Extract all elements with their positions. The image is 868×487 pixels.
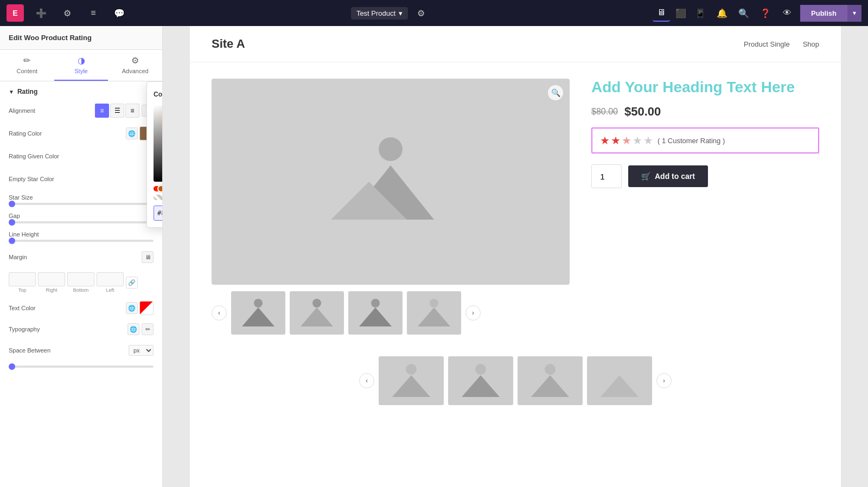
margin-bottom-input-group: Bottom xyxy=(67,272,94,293)
cart-icon: 🛒 xyxy=(641,172,650,181)
alignment-label: Alignment xyxy=(9,107,95,114)
svg-marker-14 xyxy=(462,375,500,397)
quantity-input[interactable]: 1 xyxy=(591,164,622,188)
star-1: ★ xyxy=(600,134,610,147)
thumbnail-1[interactable] xyxy=(231,291,285,335)
color-picker-gradient-area[interactable] xyxy=(154,106,162,182)
margin-right-input-group: Right xyxy=(38,272,65,293)
preview-button[interactable]: 👁 xyxy=(778,4,796,22)
thumbnail-4[interactable] xyxy=(407,291,461,335)
site-settings-button[interactable]: ⚙ xyxy=(412,4,430,22)
thumb-svg-3 xyxy=(354,297,397,329)
tab-advanced[interactable]: ⚙ Advanced xyxy=(108,50,162,81)
margin-top-input[interactable] xyxy=(9,272,36,286)
color-picker-hue-thumb[interactable] xyxy=(157,185,162,193)
topbar: E ➕ ⚙ ≡ 💬 Test Product ▾ ⚙ 🖥 ⬛ 📱 🔔 🔍 ❓ 👁… xyxy=(0,0,868,26)
text-color-global-button[interactable]: 🌐 xyxy=(126,302,138,314)
margin-responsive-button[interactable]: 🖥 xyxy=(142,251,154,263)
elementor-logo-icon[interactable]: E xyxy=(7,4,24,22)
content-tab-label: Content xyxy=(17,68,38,74)
align-right-button[interactable]: ≡ xyxy=(125,104,139,118)
notifications-button[interactable]: 🔔 xyxy=(713,4,731,22)
text-color-label: Text Color xyxy=(9,305,126,311)
advanced-tab-label: Advanced xyxy=(122,68,149,74)
topbar-center: Test Product ▾ ⚙ xyxy=(351,4,430,22)
search-button[interactable]: 🔍 xyxy=(735,4,752,22)
line-height-slider[interactable] xyxy=(9,240,154,242)
color-picker-hex-input[interactable]: #8F7E6D xyxy=(154,206,162,221)
site-nav: Product Single Shop xyxy=(744,40,819,48)
bottom-next-button[interactable]: › xyxy=(656,373,672,388)
nav-product-single[interactable]: Product Single xyxy=(744,40,790,48)
color-picker-alpha-slider[interactable] xyxy=(154,195,162,200)
tab-content[interactable]: ✏ Content xyxy=(0,50,54,81)
mobile-view-button[interactable]: 📱 xyxy=(692,4,709,22)
add-element-button[interactable]: ➕ xyxy=(33,4,50,22)
text-color-swatch[interactable] xyxy=(139,301,154,315)
thumb-next-button[interactable]: › xyxy=(465,305,481,321)
margin-right-input[interactable] xyxy=(38,272,65,286)
svg-marker-6 xyxy=(301,307,333,326)
product-title-dropdown[interactable]: Test Product ▾ xyxy=(351,7,408,20)
star-size-slider[interactable] xyxy=(9,203,154,205)
help-button[interactable]: ❓ xyxy=(757,4,774,22)
bottom-thumb-svg-2 xyxy=(456,362,505,400)
rating-section-title[interactable]: ▼ Rating xyxy=(9,88,154,95)
bottom-thumb-svg-1 xyxy=(387,362,436,400)
color-picker-hue-slider[interactable] xyxy=(154,186,162,191)
svg-point-11 xyxy=(406,364,417,375)
bottom-thumb-2[interactable] xyxy=(448,356,513,405)
typography-edit-button[interactable]: ✏ xyxy=(142,323,154,335)
typography-control: Typography 🌐 ✏ xyxy=(9,323,154,335)
thumb-prev-button[interactable]: ‹ xyxy=(212,305,227,321)
nav-shop[interactable]: Shop xyxy=(803,40,819,48)
bottom-thumb-svg-4 xyxy=(595,362,644,400)
margin-left-input[interactable] xyxy=(97,272,124,286)
rating-given-color-control: Rating Given Color xyxy=(9,149,154,164)
align-left-button[interactable]: ≡ xyxy=(95,104,109,118)
gap-slider[interactable] xyxy=(9,221,154,223)
thumbnail-2[interactable] xyxy=(290,291,344,335)
typography-label: Typography xyxy=(9,326,127,332)
color-picker-title: Color Picker xyxy=(154,91,162,98)
star-2: ★ xyxy=(611,134,621,147)
panel-content: ▼ Rating Alignment ≡ ☰ ≡ 🖥 Rating Color xyxy=(0,81,162,487)
tablet-view-button[interactable]: ⬛ xyxy=(672,4,690,22)
empty-star-color-label: Empty Star Color xyxy=(9,176,154,182)
bottom-thumb-1[interactable] xyxy=(379,356,444,405)
svg-point-15 xyxy=(545,364,556,375)
line-height-label: Line Height xyxy=(9,231,154,238)
line-height-control: Line Height xyxy=(9,231,154,242)
svg-marker-18 xyxy=(601,375,639,397)
space-between-label: Space Between xyxy=(9,347,129,354)
notes-button[interactable]: 💬 xyxy=(111,4,128,22)
typography-global-button[interactable]: 🌐 xyxy=(127,323,139,335)
margin-bottom-label: Bottom xyxy=(73,287,89,293)
text-color-right: 🌐 xyxy=(126,301,154,315)
rating-color-global-button[interactable]: 🌐 xyxy=(126,127,138,139)
space-between-control: Space Between px em % xyxy=(9,343,154,358)
margin-top-label: Top xyxy=(18,287,27,293)
publish-button[interactable]: Publish xyxy=(800,5,847,22)
bottom-thumb-4[interactable] xyxy=(587,356,652,405)
bottom-thumb-3[interactable] xyxy=(518,356,583,405)
publish-dropdown-button[interactable]: ▾ xyxy=(847,5,861,22)
mountain-placeholder-svg xyxy=(331,133,450,230)
margin-bottom-input[interactable] xyxy=(67,272,94,286)
align-center-button[interactable]: ☰ xyxy=(110,104,124,118)
thumbnail-3[interactable] xyxy=(348,291,403,335)
add-to-cart-button[interactable]: 🛒 Add to cart xyxy=(628,165,708,187)
desktop-view-button[interactable]: 🖥 xyxy=(653,4,670,22)
layers-button[interactable]: ≡ xyxy=(85,4,102,22)
new-price: $50.00 xyxy=(624,105,661,119)
space-between-unit-select[interactable]: px em % xyxy=(129,345,154,356)
tab-style[interactable]: ◑ Style xyxy=(54,50,108,81)
typography-right: 🌐 ✏ xyxy=(127,323,154,335)
magnify-button[interactable]: 🔍 xyxy=(548,85,563,100)
settings-panel-button[interactable]: ⚙ xyxy=(59,4,76,22)
margin-link-button[interactable]: 🔗 xyxy=(126,277,138,289)
bottom-prev-button[interactable]: ‹ xyxy=(359,373,374,388)
rating-section-label: Rating xyxy=(17,88,37,95)
space-between-slider[interactable] xyxy=(9,366,154,368)
text-color-control: Text Color 🌐 xyxy=(9,300,154,316)
